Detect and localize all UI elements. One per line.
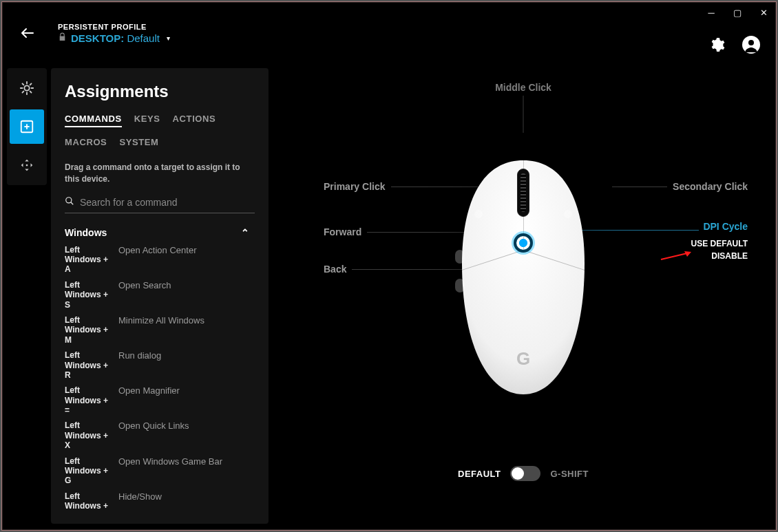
search-row xyxy=(65,193,255,213)
arrow-left-icon xyxy=(19,25,36,41)
mode-switch[interactable] xyxy=(510,466,540,481)
tab-commands[interactable]: COMMANDS xyxy=(65,114,122,127)
command-key: Left Windows + = xyxy=(65,385,114,415)
command-desc: Open Search xyxy=(118,280,249,310)
icon-rail xyxy=(7,68,47,185)
lock-icon xyxy=(58,32,67,43)
plus-square-icon xyxy=(19,119,34,134)
command-row[interactable]: Left Windows + GOpen Windows Game Bar xyxy=(65,454,249,489)
command-key: Left Windows + S xyxy=(65,280,114,310)
label-middle-click[interactable]: Middle Click xyxy=(495,82,551,93)
move-arrows-icon xyxy=(19,158,34,173)
group-label: Windows xyxy=(65,227,107,238)
mouse-back-button[interactable] xyxy=(455,279,465,292)
svg-line-7 xyxy=(22,83,23,85)
annotation-arrow xyxy=(660,251,691,261)
menu-use-default[interactable]: USE DEFAULT xyxy=(691,239,748,248)
leader-line xyxy=(523,96,524,137)
mouse-canvas: Middle Click Primary Click Secondary Cli… xyxy=(278,68,768,522)
command-desc: Hide/Show xyxy=(118,491,249,511)
svg-line-16 xyxy=(71,202,74,204)
brightness-icon xyxy=(19,81,34,96)
gear-icon xyxy=(708,36,725,53)
label-back[interactable]: Back xyxy=(324,264,346,275)
label-secondary-click[interactable]: Secondary Click xyxy=(673,181,748,192)
assignment-tabs: COMMANDS KEYS ACTIONS MACROS SYSTEM xyxy=(65,114,255,151)
account-button[interactable] xyxy=(742,36,760,54)
chevron-down-icon: ▾ xyxy=(167,34,170,42)
command-desc: Open Windows Game Bar xyxy=(118,456,249,486)
tab-actions[interactable]: ACTIONS xyxy=(173,114,216,127)
mode-gshift-label[interactable]: G-SHIFT xyxy=(550,469,589,479)
close-button[interactable]: ✕ xyxy=(757,7,770,19)
svg-line-8 xyxy=(30,92,32,93)
command-list[interactable]: Windows ⌃ Left Windows + AOpen Action Ce… xyxy=(65,223,255,517)
panel-title: Assignments xyxy=(65,82,255,101)
search-icon xyxy=(65,196,74,209)
command-key: Left Windows + X xyxy=(65,421,114,450)
command-row[interactable]: Left Windows +Hide/Show xyxy=(65,489,249,514)
label-dpi-cycle[interactable]: DPI Cycle xyxy=(703,221,748,232)
mouse-wheel[interactable] xyxy=(517,169,529,217)
logitech-g-logo-icon: G xyxy=(516,348,530,370)
user-icon xyxy=(742,36,760,54)
assignments-panel: Assignments COMMANDS KEYS ACTIONS MACROS… xyxy=(51,68,269,524)
svg-point-15 xyxy=(66,197,72,202)
mouse-illustration: G xyxy=(458,160,589,394)
mouse-right-button[interactable] xyxy=(564,210,572,218)
command-key: Left Windows + M xyxy=(65,315,114,345)
command-key: Left Windows + xyxy=(65,491,114,511)
command-desc: Open Magnifier xyxy=(118,385,249,415)
command-row[interactable]: Left Windows + =Open Magnifier xyxy=(65,383,249,418)
mouse-forward-button[interactable] xyxy=(455,250,465,264)
profile-name: DESKTOP: Default xyxy=(71,32,160,44)
svg-line-17 xyxy=(661,253,687,259)
tab-keys[interactable]: KEYS xyxy=(134,114,160,127)
command-row[interactable]: Left Windows + XOpen Quick Links xyxy=(65,418,249,453)
svg-line-9 xyxy=(22,92,23,93)
group-header-windows[interactable]: Windows ⌃ xyxy=(65,223,249,242)
profile-selector[interactable]: DESKTOP: Default ▾ xyxy=(58,32,170,44)
mouse-dpi-button[interactable] xyxy=(516,236,530,250)
command-desc: Run dialog xyxy=(118,350,249,380)
command-desc: Minimize All Windows xyxy=(118,315,249,345)
settings-button[interactable] xyxy=(708,36,726,54)
dpi-context-menu: USE DEFAULT DISABLE xyxy=(691,239,748,264)
mode-default-label[interactable]: DEFAULT xyxy=(458,469,501,479)
mode-toggle: DEFAULT G-SHIFT xyxy=(458,466,589,481)
command-key: Left Windows + A xyxy=(65,245,114,275)
topbar-right xyxy=(708,36,760,54)
command-row[interactable]: Left Windows + MMinimize All Windows xyxy=(65,312,249,348)
profile-block: PERSISTENT PROFILE DESKTOP: Default ▾ xyxy=(58,23,170,44)
tab-macros[interactable]: MACROS xyxy=(65,137,107,151)
svg-point-1 xyxy=(748,40,754,45)
assignments-tab-button[interactable] xyxy=(10,109,44,144)
command-row[interactable]: Left Windows + SOpen Search xyxy=(65,277,249,312)
topbar: PERSISTENT PROFILE DESKTOP: Default ▾ xyxy=(19,12,759,54)
label-forward[interactable]: Forward xyxy=(324,226,361,237)
command-row[interactable]: Left Windows + AOpen Action Center xyxy=(65,242,249,277)
panel-hint: Drag a command onto a target to assign i… xyxy=(65,162,255,185)
lighting-tab-button[interactable] xyxy=(10,71,44,105)
command-key: Left Windows + G xyxy=(65,456,114,486)
search-input[interactable] xyxy=(80,197,255,208)
command-row[interactable]: Left Windows + RRun dialog xyxy=(65,348,249,383)
command-desc: Open Action Center xyxy=(118,245,249,275)
mouse-left-button[interactable] xyxy=(474,210,483,218)
tab-system[interactable]: SYSTEM xyxy=(119,137,158,151)
command-key: Left Windows + R xyxy=(65,350,114,380)
label-primary-click[interactable]: Primary Click xyxy=(324,181,386,192)
app-window: ─ ▢ ✕ PERSISTENT PROFILE DESKTOP: Defaul… xyxy=(2,2,776,530)
profile-caption: PERSISTENT PROFILE xyxy=(58,23,170,31)
menu-disable[interactable]: DISABLE xyxy=(691,251,748,261)
back-button[interactable] xyxy=(19,25,36,45)
command-desc: Open Quick Links xyxy=(118,421,249,450)
svg-point-2 xyxy=(24,85,29,90)
chevron-up-icon: ⌃ xyxy=(241,227,249,238)
svg-point-14 xyxy=(26,164,28,167)
sensitivity-tab-button[interactable] xyxy=(10,148,44,182)
svg-line-10 xyxy=(30,83,32,85)
